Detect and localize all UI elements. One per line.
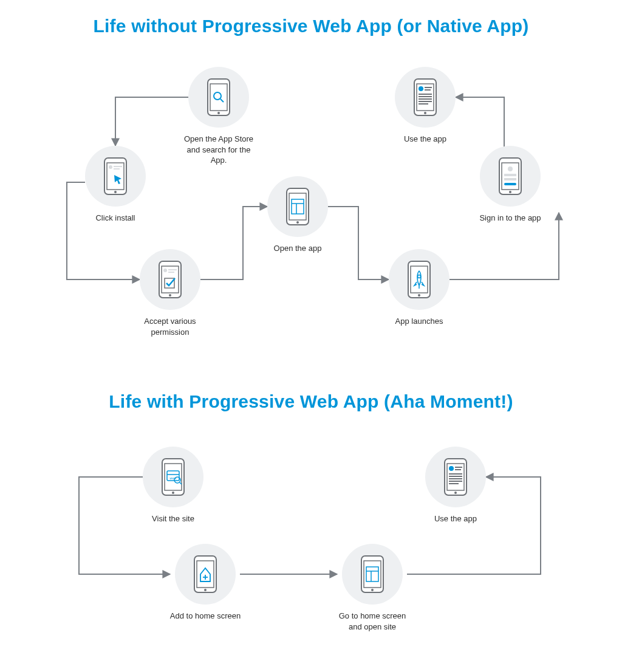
svg-rect-25: [411, 266, 428, 293]
label-use: Use the app: [389, 134, 462, 145]
phone-rocket-icon: [407, 260, 431, 299]
bubble-accept: [140, 249, 200, 310]
svg-point-37: [424, 112, 426, 114]
svg-rect-74: [449, 481, 462, 482]
bubble-signin: [480, 146, 541, 207]
label-launch: App launches: [383, 316, 456, 327]
svg-rect-44: [419, 101, 432, 102]
bubble-open: [267, 176, 328, 237]
svg-rect-45: [419, 103, 428, 105]
svg-rect-32: [504, 174, 516, 176]
svg-rect-75: [449, 483, 459, 484]
svg-point-2: [217, 112, 220, 114]
svg-rect-39: [425, 87, 432, 88]
arrow-layer-bottom: [0, 425, 622, 668]
flow-without-canvas: Open the App Store and search for the Ap…: [0, 49, 622, 365]
svg-point-30: [509, 191, 511, 193]
svg-rect-40: [425, 89, 431, 91]
node-add: Add to home screen: [169, 544, 242, 622]
phone-checkbox-icon: [158, 260, 182, 299]
bubble-launch: [389, 249, 449, 310]
node-install: Click install: [79, 146, 152, 224]
svg-rect-16: [168, 272, 174, 273]
svg-text:www: www: [170, 476, 177, 480]
label-use2: Use the app: [419, 513, 492, 524]
phone-content-icon: [413, 78, 437, 117]
svg-point-38: [419, 86, 423, 91]
node-goto: Go to home screen and open site: [336, 544, 409, 632]
label-accept: Accept various permission: [134, 316, 207, 337]
svg-point-56: [204, 589, 207, 591]
bubble-use: [395, 67, 456, 128]
edge-open-launch: [328, 207, 389, 279]
node-accept: Accept various permission: [134, 249, 207, 337]
svg-rect-1: [210, 84, 227, 111]
bubble-goto: [342, 544, 403, 605]
svg-rect-41: [419, 94, 432, 95]
label-search: Open the App Store and search for the Ap…: [182, 134, 255, 166]
svg-rect-10: [114, 168, 120, 170]
label-visit: Visit the site: [137, 513, 210, 524]
label-signin: Sign in to the app: [474, 213, 547, 224]
svg-rect-9: [114, 166, 122, 167]
phone-form-icon: [498, 157, 522, 196]
svg-point-31: [508, 166, 513, 171]
phone-layout2-icon: [360, 555, 384, 594]
label-install: Click install: [79, 213, 152, 224]
svg-point-20: [296, 221, 299, 224]
phone-layout-icon: [285, 187, 310, 226]
label-goto: Go to home screen and open site: [336, 611, 409, 632]
svg-rect-42: [419, 96, 432, 97]
node-search: Open the App Store and search for the Ap…: [182, 67, 255, 166]
bubble-add: [175, 544, 236, 605]
svg-point-68: [449, 466, 454, 471]
svg-point-8: [109, 165, 112, 169]
flow-with-canvas: www Visit the site Add to home screen: [0, 425, 622, 668]
svg-rect-34: [504, 183, 516, 185]
phone-search-icon: [207, 78, 231, 117]
node-visit: www Visit the site: [137, 447, 210, 524]
svg-rect-72: [449, 476, 462, 477]
phone-content2-icon: [443, 458, 468, 496]
svg-point-61: [371, 589, 374, 591]
svg-point-13: [169, 294, 171, 297]
node-launch: App launches: [383, 249, 456, 327]
title-without: Life without Progressive Web App (or Nat…: [0, 16, 622, 36]
label-open: Open the app: [261, 243, 334, 254]
phone-cursor-icon: [103, 157, 128, 196]
phone-www-icon: www: [161, 458, 185, 496]
svg-rect-70: [455, 469, 461, 470]
title-with: Life with Progressive Web App (Aha Momen…: [0, 391, 622, 412]
node-signin: Sign in to the app: [474, 146, 547, 224]
bubble-use2: [425, 447, 486, 507]
svg-point-67: [454, 492, 457, 494]
svg-point-26: [418, 294, 420, 297]
svg-rect-43: [419, 98, 432, 100]
bubble-search: [188, 67, 249, 128]
svg-rect-73: [449, 478, 462, 479]
label-add: Add to home screen: [169, 611, 242, 622]
edge-search-install: [115, 97, 188, 146]
phone-home-plus-icon: [193, 555, 217, 594]
svg-rect-71: [449, 473, 462, 475]
svg-point-14: [163, 269, 167, 272]
node-open: Open the app: [261, 176, 334, 254]
edge-accept-open: [200, 207, 267, 279]
bubble-visit: www: [143, 447, 203, 507]
svg-rect-69: [455, 467, 462, 468]
svg-point-7: [114, 191, 117, 193]
svg-point-48: [172, 492, 174, 494]
svg-rect-33: [504, 178, 516, 180]
node-use2: Use the app: [419, 447, 492, 524]
svg-rect-55: [197, 561, 214, 588]
bubble-install: [85, 146, 146, 207]
svg-rect-15: [168, 269, 177, 270]
node-use: Use the app: [389, 67, 462, 145]
